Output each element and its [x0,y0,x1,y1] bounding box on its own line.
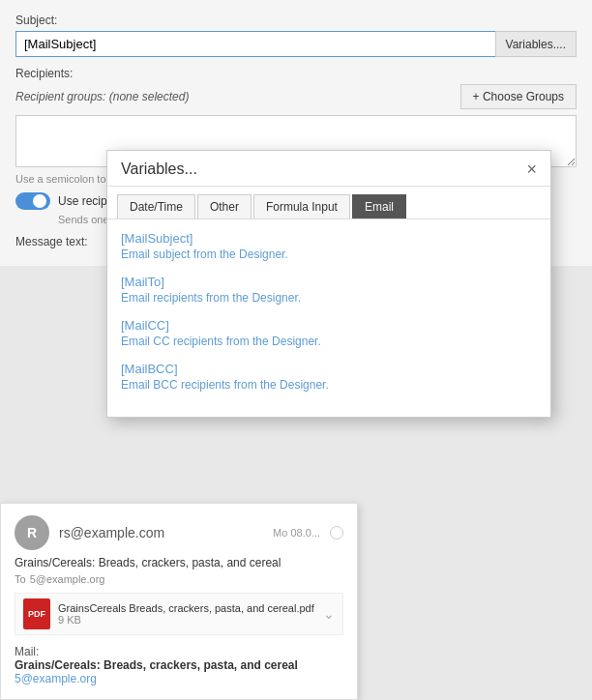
modal-body: [MailSubject] Email subject from the Des… [107,219,550,417]
var-mailcc-desc: Email CC recipients from the Designer. [121,335,537,348]
variable-mailcc[interactable]: [MailCC] Email CC recipients from the De… [121,318,537,348]
tab-datetime[interactable]: Date/Time [117,194,195,219]
read-status-indicator [330,526,343,540]
avatar: R [15,515,49,550]
subject-input[interactable] [15,31,495,57]
modal-title: Variables... [121,160,197,178]
modal-tabs: Date/Time Other Formula Input Email [107,187,550,219]
var-mailcc-name: [MailCC] [121,318,537,333]
attachment-size: 9 KB [58,614,315,626]
email-subject-preview: Grains/Cereals: Breads, crackers, pasta,… [15,556,343,569]
var-mailsubject-desc: Email subject from the Designer. [121,248,537,261]
variables-button[interactable]: Variables.... [495,31,577,57]
var-mailbcc-name: [MailBCC] [121,362,537,376]
attachment-info: GrainsCereals Breads, crackers, pasta, a… [58,602,315,626]
email-meta: rs@example.com [59,525,263,540]
email-body-preview: Mail: Grains/Cereals: Breads, crackers, … [15,645,343,685]
modal-close-button[interactable]: × [526,160,537,178]
attachment-expand-icon[interactable]: ⌄ [323,606,335,622]
recipient-groups-row: Recipient groups: (none selected) + Choo… [15,84,577,109]
tab-email[interactable]: Email [352,194,406,219]
var-mailto-name: [MailTo] [121,275,537,289]
email-from: rs@example.com [59,525,263,540]
subject-row: Variables.... [15,31,577,57]
tab-formula-input[interactable]: Formula Input [253,194,350,219]
var-mailto-desc: Email recipients from the Designer. [121,291,537,305]
choose-groups-button[interactable]: + Choose Groups [460,84,577,109]
subject-label: Subject: [15,14,577,27]
attachment-name: GrainsCereals Breads, crackers, pasta, a… [58,602,315,614]
recipient-toggle[interactable] [15,192,50,210]
email-to-row: To 5@example.org [15,573,343,585]
email-date: Mo 08.0... [273,527,320,539]
body-link[interactable]: 5@example.org [15,672,97,685]
email-preview-card: R rs@example.com Mo 08.0... Grains/Cerea… [0,503,358,700]
body-label: Mail: [15,645,39,658]
attachment-row: PDF GrainsCereals Breads, crackers, past… [15,593,343,635]
recipients-label: Recipients: [15,67,577,80]
variable-mailsubject[interactable]: [MailSubject] Email subject from the Des… [121,231,537,261]
toggle-knob [33,194,46,208]
email-preview-header: R rs@example.com Mo 08.0... [15,515,343,550]
to-label: To [15,573,26,585]
variables-modal: Variables... × Date/Time Other Formula I… [106,150,551,418]
recipient-groups-text: Recipient groups: (none selected) [15,90,189,103]
tab-other[interactable]: Other [197,194,252,219]
variable-mailbcc[interactable]: [MailBCC] Email BCC recipients from the … [121,362,537,392]
body-value: Grains/Cereals: Breads, crackers, pasta,… [15,658,298,672]
modal-header: Variables... × [107,151,550,187]
to-address: 5@example.org [30,573,105,585]
variable-mailto[interactable]: [MailTo] Email recipients from the Desig… [121,275,537,305]
pdf-icon: PDF [23,598,50,629]
var-mailsubject-name: [MailSubject] [121,231,537,246]
var-mailbcc-desc: Email BCC recipients from the Designer. [121,378,537,392]
